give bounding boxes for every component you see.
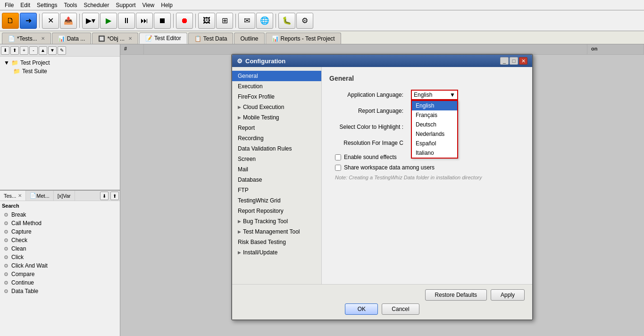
sound-checkbox[interactable] <box>335 154 341 160</box>
tab-outline[interactable]: Outline <box>234 33 264 44</box>
edit-btn[interactable]: ✎ <box>58 46 66 55</box>
cancel-button[interactable]: Cancel <box>382 303 419 315</box>
run-button[interactable]: ▶ <box>100 13 117 29</box>
delete-button[interactable]: ✕ <box>42 13 59 29</box>
menu-scheduler[interactable]: Scheduler <box>81 1 112 9</box>
nav-ftp[interactable]: FTP <box>232 185 321 195</box>
expand-all-btn[interactable]: ⬆ <box>10 46 19 55</box>
lang-nederlands[interactable]: Nederlands <box>412 129 457 139</box>
expand-icon: ▼ <box>4 59 9 66</box>
tab-test-editor[interactable]: 📝 Test Editor <box>139 33 187 44</box>
search-item-continue[interactable]: ⚙ Continue <box>2 278 118 287</box>
translate-button[interactable]: 🌐 <box>256 13 273 29</box>
nav-cloud[interactable]: ▶ Cloud Execution <box>232 102 321 112</box>
maximize-button[interactable]: □ <box>510 57 518 65</box>
open-button[interactable]: ➜ <box>20 13 37 29</box>
pause-button[interactable]: ⏸ <box>118 13 135 29</box>
menu-settings[interactable]: Settings <box>34 1 60 9</box>
panel-collapse-btn[interactable]: ⬇ <box>100 192 109 200</box>
menu-help[interactable]: Help <box>158 1 176 9</box>
close-tab-icon[interactable]: ✕ <box>18 193 22 198</box>
tab-data[interactable]: 📊 Data ... <box>52 33 92 44</box>
tree-item-project[interactable]: ▼ 📁 Test Project <box>2 59 118 67</box>
bottom-tab-met-icon: 📄 <box>30 193 36 199</box>
step-button[interactable]: ⏭ <box>136 13 153 29</box>
tab-tests-close[interactable]: ✕ <box>41 36 45 41</box>
nav-riskbased[interactable]: Risk Based Testing <box>232 237 321 247</box>
nav-bugtracking[interactable]: ▶ Bug Tracking Tool <box>232 216 321 227</box>
search-item-clean[interactable]: ⚙ Clean <box>2 244 118 253</box>
search-item-compare[interactable]: ⚙ Compare <box>2 270 118 278</box>
lang-italiano[interactable]: Italiano <box>412 148 457 158</box>
tab-obj-close[interactable]: ✕ <box>128 36 132 41</box>
nav-install[interactable]: ▶ Install/Update <box>232 247 321 258</box>
tab-tests[interactable]: 📄 *Tests... ✕ <box>2 33 51 44</box>
collapse-all-btn[interactable]: ⬇ <box>1 46 9 55</box>
panel-expand-btn[interactable]: ⬆ <box>110 192 119 200</box>
nav-screen[interactable]: Screen <box>232 154 321 164</box>
search-item-click[interactable]: ⚙ Click <box>2 253 118 261</box>
nav-testmgmt[interactable]: ▶ Test Management Tool <box>232 227 321 237</box>
add-item-btn[interactable]: + <box>20 46 28 55</box>
nav-mobile[interactable]: ▶ Mobile Testing <box>232 112 321 123</box>
lang-francais[interactable]: Français <box>412 110 457 120</box>
bottom-tab-var[interactable]: [x] Var <box>54 191 75 201</box>
move-down-btn[interactable]: ▼ <box>48 46 57 55</box>
remove-item-btn[interactable]: - <box>29 46 38 55</box>
modal-content-area: General Application Language: English ▼ <box>322 67 532 284</box>
new-button[interactable]: 🗋 <box>2 13 19 29</box>
tab-obj[interactable]: 🔲 *Obj ... ✕ <box>92 33 138 44</box>
search-item-datatable[interactable]: ⚙ Data Table <box>2 287 118 295</box>
nav-twgrid[interactable]: TestingWhiz Grid <box>232 195 321 206</box>
language-dropdown-list[interactable]: English Français Deutsch Nederlands Espa… <box>411 100 458 159</box>
bug-button[interactable]: 🐛 <box>278 13 295 29</box>
stop-button[interactable]: ⏹ <box>154 13 171 29</box>
nav-dataval[interactable]: Data Validation Rules <box>232 143 321 154</box>
grid-button[interactable]: ⊞ <box>216 13 233 29</box>
share-checkbox[interactable] <box>335 165 341 171</box>
lang-deutsch[interactable]: Deutsch <box>412 120 457 129</box>
bottom-tab-met[interactable]: 📄 Met... <box>26 191 54 201</box>
move-up-btn[interactable]: ▲ <box>39 46 47 55</box>
nav-report[interactable]: Report <box>232 123 321 133</box>
search-item-break[interactable]: ⚙ Break <box>2 210 118 219</box>
nav-reportrepo[interactable]: Report Repository <box>232 206 321 216</box>
nav-mail[interactable]: Mail <box>232 164 321 175</box>
suite-icon: 📁 <box>13 68 20 75</box>
menu-support[interactable]: Support <box>113 1 138 9</box>
menu-edit[interactable]: Edit <box>17 1 33 9</box>
app-language-select[interactable]: English ▼ <box>411 90 458 100</box>
app-language-label: Application Language: <box>329 92 407 98</box>
export-button[interactable]: 📤 <box>60 13 77 29</box>
ok-button[interactable]: OK <box>345 303 378 315</box>
apply-button[interactable]: Apply <box>491 289 525 301</box>
minimize-button[interactable]: _ <box>500 57 509 65</box>
menu-tools[interactable]: Tools <box>61 1 80 9</box>
nav-recording[interactable]: Recording <box>232 133 321 143</box>
nav-firefox[interactable]: FireFox Profile <box>232 92 321 102</box>
email-button[interactable]: ✉ <box>238 13 255 29</box>
nav-general[interactable]: General <box>232 71 321 81</box>
search-item-callmethod[interactable]: ⚙ Call Method <box>2 219 118 227</box>
restore-defaults-button[interactable]: Restore Defaults <box>425 289 487 301</box>
tab-test-data[interactable]: 📋 Test Data <box>188 33 234 44</box>
modal-title-bar: ⚙ Configuration _ □ ✕ <box>232 55 532 67</box>
search-item-clickandwait[interactable]: ⚙ Click And Wait <box>2 261 118 270</box>
bottom-tab-tests[interactable]: Tes... ✕ <box>0 191 26 201</box>
record-button[interactable]: ⏺ <box>176 13 193 29</box>
nav-execution[interactable]: Execution <box>232 81 321 92</box>
lang-english[interactable]: English <box>412 101 457 110</box>
modal-close-button[interactable]: ✕ <box>519 57 527 65</box>
nav-database[interactable]: Database <box>232 175 321 185</box>
tree-item-suite[interactable]: 📁 Test Suite <box>2 67 118 76</box>
menu-view[interactable]: View <box>139 1 157 9</box>
capture-button[interactable]: 🖼 <box>198 13 215 29</box>
settings-button[interactable]: ⚙ <box>296 13 313 29</box>
run-dropdown[interactable]: ▶▾ <box>82 13 99 29</box>
search-item-capture[interactable]: ⚙ Capture <box>2 227 118 236</box>
tab-reports[interactable]: 📊 Reports - Test Project <box>266 33 341 44</box>
lang-espanol[interactable]: Español <box>412 139 457 148</box>
menu-file[interactable]: File <box>2 1 17 9</box>
search-label: Search <box>2 203 118 209</box>
search-item-check[interactable]: ⚙ Check <box>2 236 118 244</box>
